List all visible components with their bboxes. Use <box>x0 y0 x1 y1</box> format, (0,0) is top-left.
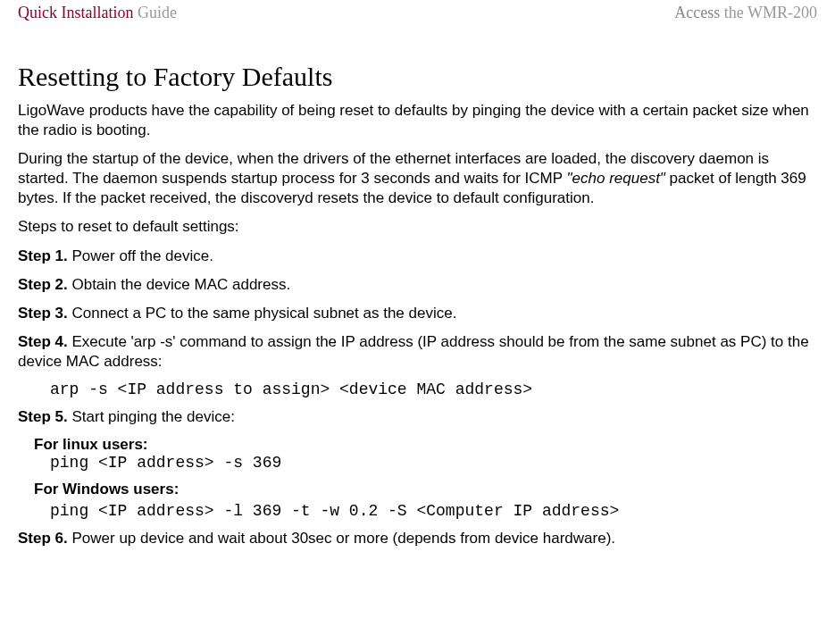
step-1-label: Step 1. <box>18 247 68 264</box>
document-page: Quick Installation Guide Access the WMR-… <box>0 0 835 548</box>
step-2-text: Obtain the device MAC address. <box>68 276 290 293</box>
page-title: Resetting to Factory Defaults <box>18 62 817 92</box>
header-left-prefix: Quick Installation <box>18 4 133 21</box>
header-right-prefix: Access <box>674 4 720 21</box>
step-5-label: Step 5. <box>18 408 68 425</box>
header-right: Access the WMR-200 <box>674 4 817 22</box>
step-6-text: Power up device and wait about 30sec or … <box>68 530 615 547</box>
steps-intro: Steps to reset to default settings: <box>18 217 817 237</box>
step-2-label: Step 2. <box>18 276 68 293</box>
step-5: Step 5. Start pinging the device: <box>18 407 817 427</box>
step-6-label: Step 6. <box>18 530 68 547</box>
step-4-text: Execute 'arp -s' command to assign the I… <box>18 333 809 370</box>
header-right-suffix: the WMR-200 <box>720 4 817 21</box>
step-4: Step 4. Execute 'arp -s' command to assi… <box>18 332 817 372</box>
step-4-label: Step 4. <box>18 333 68 350</box>
step-1: Step 1. Power off the device. <box>18 247 817 266</box>
intro-p2-italic: "echo request" <box>567 170 665 187</box>
step-3-text: Connect a PC to the same physical subnet… <box>68 305 457 322</box>
step-3-label: Step 3. <box>18 305 68 322</box>
intro-paragraph-1: LigoWave products have the capability of… <box>18 101 817 140</box>
step-6: Step 6. Power up device and wait about 3… <box>18 529 817 548</box>
header-left-suffix: Guide <box>133 4 177 21</box>
intro-paragraph-2: During the startup of the device, when t… <box>18 149 817 208</box>
step-1-text: Power off the device. <box>68 247 213 264</box>
step-3: Step 3. Connect a PC to the same physica… <box>18 304 817 323</box>
page-header: Quick Installation Guide Access the WMR-… <box>18 0 817 31</box>
header-left: Quick Installation Guide <box>18 4 177 22</box>
windows-code: ping <IP address> -l 369 -t -w 0.2 -S <C… <box>50 502 817 520</box>
step-2: Step 2. Obtain the device MAC address. <box>18 275 817 295</box>
step-4-code: arp -s <IP address to assign> <device MA… <box>50 381 817 398</box>
windows-label: For Windows users: <box>34 481 817 498</box>
linux-label: For linux users: <box>34 436 817 454</box>
linux-code: ping <IP address> -s 369 <box>50 454 817 472</box>
step-5-text: Start pinging the device: <box>68 408 235 425</box>
